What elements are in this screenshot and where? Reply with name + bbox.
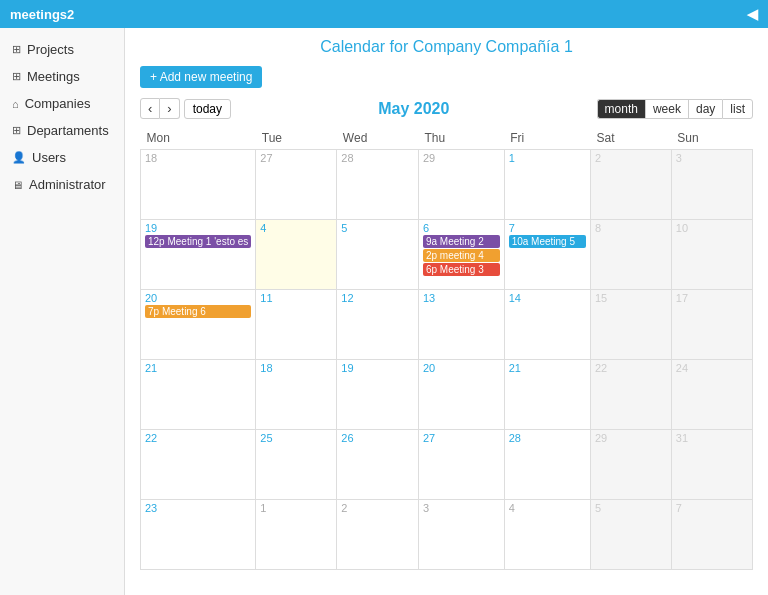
- calendar-cell[interactable]: 20: [418, 360, 504, 430]
- day-number[interactable]: 4: [509, 502, 515, 514]
- day-number[interactable]: 29: [595, 432, 607, 444]
- calendar-cell[interactable]: 1: [256, 500, 337, 570]
- day-number[interactable]: 26: [341, 432, 353, 444]
- calendar-cell[interactable]: 31: [671, 430, 752, 500]
- day-number[interactable]: 23: [145, 502, 157, 514]
- add-meeting-button[interactable]: + Add new meeting: [140, 66, 262, 88]
- day-number[interactable]: 20: [423, 362, 435, 374]
- day-number[interactable]: 1: [260, 502, 266, 514]
- day-number[interactable]: 19: [145, 222, 157, 234]
- day-number[interactable]: 11: [260, 292, 272, 304]
- day-number[interactable]: 18: [260, 362, 272, 374]
- view-week-button[interactable]: week: [645, 99, 688, 119]
- day-number[interactable]: 7: [509, 222, 515, 234]
- calendar-cell[interactable]: 1: [504, 150, 590, 220]
- day-number[interactable]: 20: [145, 292, 157, 304]
- day-number[interactable]: 3: [423, 502, 429, 514]
- day-number[interactable]: 24: [676, 362, 688, 374]
- calendar-cell[interactable]: 27: [256, 150, 337, 220]
- day-number[interactable]: 28: [509, 432, 521, 444]
- view-list-button[interactable]: list: [722, 99, 753, 119]
- next-button[interactable]: ›: [160, 98, 179, 119]
- view-day-button[interactable]: day: [688, 99, 722, 119]
- calendar-cell[interactable]: 17: [671, 290, 752, 360]
- sidebar-item-companies[interactable]: ⌂Companies: [0, 90, 124, 117]
- sidebar-item-departaments[interactable]: ⊞Departaments: [0, 117, 124, 144]
- calendar-cell[interactable]: 22: [590, 360, 671, 430]
- day-number[interactable]: 12: [341, 292, 353, 304]
- sidebar-item-meetings[interactable]: ⊞Meetings: [0, 63, 124, 90]
- day-number[interactable]: 1: [509, 152, 515, 164]
- sidebar-item-projects[interactable]: ⊞Projects: [0, 36, 124, 63]
- calendar-cell[interactable]: 69a Meeting 22p meeting 46p Meeting 3: [418, 220, 504, 290]
- calendar-cell[interactable]: 23: [141, 500, 256, 570]
- calendar-cell[interactable]: 26: [337, 430, 419, 500]
- calendar-cell[interactable]: 2: [337, 500, 419, 570]
- calendar-cell[interactable]: 4: [504, 500, 590, 570]
- calendar-cell[interactable]: 12: [337, 290, 419, 360]
- calendar-cell[interactable]: 1912p Meeting 1 'esto es: [141, 220, 256, 290]
- calendar-cell[interactable]: 24: [671, 360, 752, 430]
- sidebar-item-users[interactable]: 👤Users: [0, 144, 124, 171]
- day-number[interactable]: 31: [676, 432, 688, 444]
- calendar-event[interactable]: 6p Meeting 3: [423, 263, 500, 276]
- calendar-event[interactable]: 9a Meeting 2: [423, 235, 500, 248]
- calendar-cell[interactable]: 10: [671, 220, 752, 290]
- calendar-cell[interactable]: 2: [590, 150, 671, 220]
- day-number[interactable]: 28: [341, 152, 353, 164]
- calendar-cell[interactable]: 21: [141, 360, 256, 430]
- calendar-cell[interactable]: 13: [418, 290, 504, 360]
- day-number[interactable]: 29: [423, 152, 435, 164]
- sidebar-toggle[interactable]: ◀: [747, 6, 758, 22]
- day-number[interactable]: 22: [595, 362, 607, 374]
- calendar-cell[interactable]: 28: [337, 150, 419, 220]
- calendar-cell[interactable]: 3: [418, 500, 504, 570]
- calendar-event[interactable]: 10a Meeting 5: [509, 235, 586, 248]
- calendar-cell[interactable]: 29: [590, 430, 671, 500]
- calendar-cell[interactable]: 29: [418, 150, 504, 220]
- calendar-cell[interactable]: 5: [337, 220, 419, 290]
- calendar-cell[interactable]: 28: [504, 430, 590, 500]
- view-month-button[interactable]: month: [597, 99, 645, 119]
- today-button[interactable]: today: [184, 99, 231, 119]
- day-number[interactable]: 15: [595, 292, 607, 304]
- calendar-cell[interactable]: 22: [141, 430, 256, 500]
- day-number[interactable]: 2: [341, 502, 347, 514]
- calendar-cell[interactable]: 11: [256, 290, 337, 360]
- day-number[interactable]: 27: [260, 152, 272, 164]
- calendar-event[interactable]: 12p Meeting 1 'esto es: [145, 235, 251, 248]
- day-number[interactable]: 4: [260, 222, 266, 234]
- day-number[interactable]: 7: [676, 502, 682, 514]
- day-number[interactable]: 8: [595, 222, 601, 234]
- day-number[interactable]: 27: [423, 432, 435, 444]
- day-number[interactable]: 18: [145, 152, 157, 164]
- calendar-cell[interactable]: 14: [504, 290, 590, 360]
- sidebar-item-administrator[interactable]: 🖥Administrator: [0, 171, 124, 198]
- calendar-event[interactable]: 2p meeting 4: [423, 249, 500, 262]
- day-number[interactable]: 22: [145, 432, 157, 444]
- calendar-cell[interactable]: 15: [590, 290, 671, 360]
- day-number[interactable]: 10: [676, 222, 688, 234]
- calendar-cell[interactable]: 18: [141, 150, 256, 220]
- day-number[interactable]: 3: [676, 152, 682, 164]
- day-number[interactable]: 5: [595, 502, 601, 514]
- calendar-cell[interactable]: 25: [256, 430, 337, 500]
- calendar-cell[interactable]: 710a Meeting 5: [504, 220, 590, 290]
- calendar-cell[interactable]: 7: [671, 500, 752, 570]
- day-number[interactable]: 6: [423, 222, 429, 234]
- calendar-event[interactable]: 7p Meeting 6: [145, 305, 251, 318]
- day-number[interactable]: 21: [509, 362, 521, 374]
- calendar-cell[interactable]: 8: [590, 220, 671, 290]
- day-number[interactable]: 5: [341, 222, 347, 234]
- calendar-cell[interactable]: 207p Meeting 6: [141, 290, 256, 360]
- calendar-cell[interactable]: 21: [504, 360, 590, 430]
- day-number[interactable]: 13: [423, 292, 435, 304]
- day-number[interactable]: 2: [595, 152, 601, 164]
- day-number[interactable]: 19: [341, 362, 353, 374]
- calendar-cell[interactable]: 4: [256, 220, 337, 290]
- prev-button[interactable]: ‹: [140, 98, 160, 119]
- day-number[interactable]: 25: [260, 432, 272, 444]
- day-number[interactable]: 14: [509, 292, 521, 304]
- calendar-cell[interactable]: 27: [418, 430, 504, 500]
- day-number[interactable]: 17: [676, 292, 688, 304]
